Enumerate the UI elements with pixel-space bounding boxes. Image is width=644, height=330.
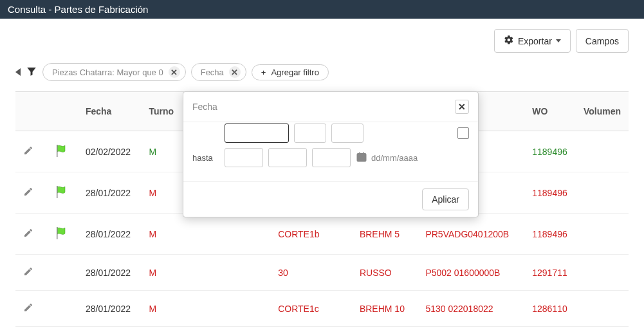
edit-icon[interactable]: [23, 147, 33, 158]
svg-rect-2: [57, 227, 58, 239]
cell-fecha: 28/01/2022: [78, 255, 141, 291]
collapse-icon[interactable]: [15, 68, 21, 76]
cell-wo: 1291711: [524, 255, 576, 291]
flag-icon: [53, 150, 69, 160]
export-button[interactable]: Exportar: [494, 29, 571, 53]
hasta-label: hasta: [192, 153, 219, 163]
col-wo[interactable]: WO: [524, 92, 576, 131]
cell-maquina: BREHM 5: [352, 214, 418, 255]
edit-icon[interactable]: [23, 304, 33, 315]
close-icon[interactable]: ✕: [229, 66, 241, 78]
date-placeholder-text: dd/mm/aaaa: [371, 153, 418, 163]
popover-body: hasta dd/mm/aaaa: [183, 122, 478, 181]
cell-celula: 30: [270, 255, 352, 291]
filter-icon[interactable]: [26, 66, 37, 79]
flag-icon: [53, 232, 69, 243]
from-day-input[interactable]: [225, 124, 289, 143]
cell-operario: [190, 214, 270, 255]
cell-wo: 1189496: [524, 131, 576, 172]
col-fecha[interactable]: Fecha: [78, 92, 141, 131]
edit-icon[interactable]: [23, 230, 33, 240]
cell-maquina: BREHM 5: [352, 327, 418, 331]
cell-fecha: 28/01/2022: [78, 327, 141, 331]
svg-rect-1: [57, 186, 58, 198]
add-filter-button[interactable]: + Agregar filtro: [252, 64, 329, 80]
cell-volumen: [576, 172, 629, 214]
cell-wo: 1189496: [524, 214, 576, 255]
cell-wo: 1189496: [524, 172, 576, 214]
fields-button[interactable]: Campos: [576, 29, 629, 53]
cell-item: P5002 01600000B: [418, 255, 524, 291]
edit-icon[interactable]: [23, 268, 33, 279]
page-title: Consulta - Partes de Fabricación: [8, 4, 148, 15]
cell-maquina: BREHM 10: [352, 291, 418, 327]
calendar-icon[interactable]: [356, 151, 367, 165]
cell-volumen: [576, 131, 629, 172]
cell-fecha: 28/01/2022: [78, 172, 141, 214]
col-flag: [46, 92, 77, 131]
cell-volumen: [576, 327, 629, 331]
table-row: 28/01/2022MCORTE1bBREHM 5PR5VADG0401200B…: [15, 327, 629, 331]
cell-volumen: [576, 255, 629, 291]
cell-maquina: RUSSO: [352, 255, 418, 291]
gear-icon: [504, 35, 514, 47]
cell-volumen: [576, 214, 629, 255]
table-row: 28/01/2022MCORTE1cBREHM 105130 022018022…: [15, 291, 629, 327]
cell-operario: [190, 255, 270, 291]
svg-rect-0: [57, 145, 58, 157]
cell-turno: M: [141, 214, 190, 255]
cell-wo: 1286110: [524, 291, 576, 327]
cell-wo: 1189496: [524, 327, 576, 331]
date-display: dd/mm/aaaa: [356, 151, 418, 165]
svg-rect-4: [357, 153, 366, 161]
cell-turno: M: [141, 291, 190, 327]
table-row: 28/01/2022M30RUSSOP5002 01600000B1291711: [15, 255, 629, 291]
to-day-input[interactable]: [225, 148, 263, 167]
to-month-input[interactable]: [268, 148, 307, 167]
popover-footer: Aplicar: [183, 181, 478, 217]
cell-fecha: 28/01/2022: [78, 214, 141, 255]
table-wrapper: Fecha Turno Nombre Operario Celula Maqui…: [0, 91, 644, 330]
to-year-input[interactable]: [312, 148, 351, 167]
col-volumen[interactable]: Volumen: [576, 92, 629, 131]
col-edit: [15, 92, 46, 131]
flag-icon: [53, 191, 69, 201]
cell-operario: [190, 291, 270, 327]
table-row: 28/01/2022MCORTE1bBREHM 5PR5VADG0401200B…: [15, 214, 629, 255]
cell-volumen: [576, 291, 629, 327]
popover-title: Fecha: [192, 102, 217, 112]
export-label: Exportar: [518, 36, 552, 46]
cell-celula: CORTE1b: [270, 327, 352, 331]
toolbar: Exportar Campos: [0, 19, 644, 60]
apply-label: Aplicar: [432, 194, 459, 205]
date-checkbox[interactable]: [457, 127, 469, 139]
filter-bar: Piezas Chatarra: Mayor que 0 ✕ Fecha ✕ +…: [0, 60, 644, 91]
date-filter-popover: Fecha ✕ hasta dd/mm/aaaa: [183, 91, 479, 217]
chip-label: Fecha: [201, 68, 224, 77]
cell-fecha: 28/01/2022: [78, 291, 141, 327]
cell-item: PR5VADG0401200B: [418, 327, 524, 331]
cell-turno: M: [141, 327, 190, 331]
filter-chip-fecha[interactable]: Fecha ✕: [191, 63, 246, 81]
cell-operario: [190, 327, 270, 331]
cell-fecha: 02/02/2022: [78, 131, 141, 172]
close-icon[interactable]: ✕: [169, 66, 180, 78]
from-month-input[interactable]: [294, 124, 326, 143]
popover-header: Fecha ✕: [183, 92, 478, 122]
fields-label: Campos: [585, 36, 619, 46]
cell-celula: CORTE1c: [270, 291, 352, 327]
page-header: Consulta - Partes de Fabricación: [0, 0, 644, 19]
edit-icon[interactable]: [23, 188, 33, 199]
filter-chip-piezas[interactable]: Piezas Chatarra: Mayor que 0 ✕: [42, 63, 186, 81]
cell-item: PR5VADG0401200B: [418, 214, 524, 255]
caret-down-icon: [556, 39, 561, 42]
cell-celula: CORTE1b: [270, 214, 352, 255]
plus-icon: +: [261, 68, 266, 77]
close-icon[interactable]: ✕: [455, 100, 469, 114]
cell-turno: M: [141, 255, 190, 291]
cell-item: 5130 022018022: [418, 291, 524, 327]
from-year-input[interactable]: [331, 124, 363, 143]
add-filter-label: Agregar filtro: [271, 68, 318, 77]
chip-label: Piezas Chatarra: Mayor que 0: [52, 68, 163, 77]
apply-button[interactable]: Aplicar: [422, 188, 469, 210]
